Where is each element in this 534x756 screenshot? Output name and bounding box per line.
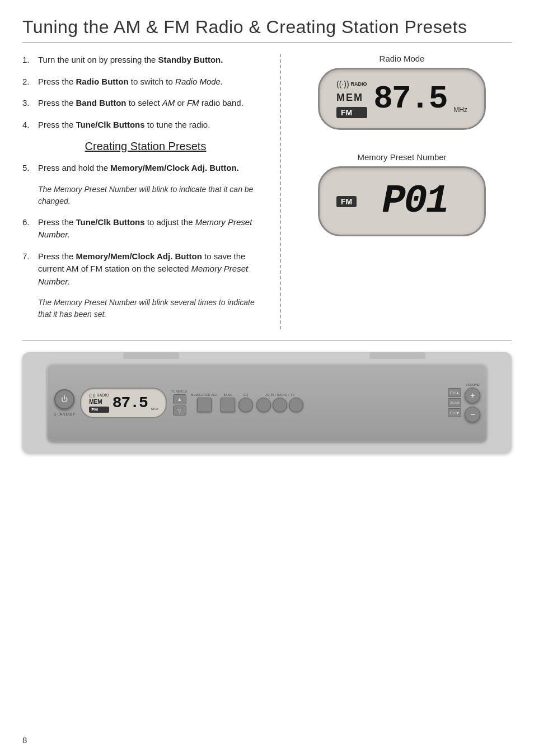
step-4-num: 4. [22,119,34,132]
standby-label: STANDBY [54,412,76,416]
radio-wave-icon: ((·)) [336,80,349,88]
preset-instruction-list-2: 6. Press the Tune/Clk Buttons to adjust … [22,216,269,288]
step-1-num: 1. [22,54,34,67]
mhz-label: MHz [453,106,467,114]
step-4: 4. Press the Tune/Clk Buttons to tune th… [22,119,269,132]
source-label: AV IN / RADIO / TV [265,393,294,396]
band-label: BAND [223,393,232,396]
mem-clock-button[interactable] [197,398,212,412]
scan-button[interactable]: SCAN [448,398,461,407]
right-controls: CH▲ SCAN CH▼ VOLUME + − [448,383,480,422]
fm-badge: FM [336,107,367,118]
step-7-num: 7. [22,250,34,288]
step-6-text: Press the Tune/Clk Buttons to adjust the… [38,216,269,241]
lcd-left-section: ((·)) RADIO MEM FM [336,80,367,118]
preset-mode-label: Memory Preset Number [357,152,446,162]
mem-label: MEM [336,92,367,104]
preset-mode-diagram: Memory Preset Number FM P01 [292,152,512,236]
mini-fm-badge: FM [89,407,109,413]
standby-button[interactable]: ⏻ [54,389,74,409]
volume-minus-button[interactable]: − [465,407,480,422]
band-group: BAND [221,393,235,412]
frequency-display: 87.5 [367,83,454,115]
step-2: 2. Press the Radio Button to switch to R… [22,76,269,88]
mini-radio-wave-icon: ((·)) [89,393,95,397]
section-heading-presets: Creating Station Presets [22,140,269,153]
channel-group: CH▲ SCAN CH▼ [448,388,461,417]
step-3: 3. Press the Band Button to select AM or… [22,97,269,110]
standby-section: ⏻ STANDBY [54,389,76,416]
tv-button[interactable] [289,398,303,412]
ch-up-button[interactable]: CH▲ [448,388,461,397]
eq-label: EQ [243,393,248,396]
mini-radio-label: RADIO [97,393,109,397]
mini-radio-icon-row: ((·)) RADIO [89,393,109,397]
note-1: The Memory Preset Number will blink to i… [38,184,269,207]
step-4-text: Press the Tune/Clk Buttons to tune the r… [38,119,269,132]
tune-group: TUNE/CLK ▲ ▽ [171,390,188,416]
radio-mode-label: Radio Mode [380,54,425,63]
step-1-text: Turn the unit on by pressing the Standby… [38,54,269,67]
step-5-text: Press and hold the Memory/Mem/Clock Adj.… [38,162,269,175]
volume-plus-button[interactable]: + [465,388,480,403]
step-5: 5. Press and hold the Memory/Mem/Clock A… [22,162,269,175]
step-1: 1. Turn the unit on by pressing the Stan… [22,54,269,67]
radio-mode-display: ((·)) RADIO MEM FM 87.5 MHz [318,68,486,130]
ch-down-button[interactable]: CH▼ [448,408,461,417]
step-3-text: Press the Band Button to select AM or FM… [38,97,269,110]
mini-lcd-left: ((·)) RADIO MEM FM [89,393,109,413]
step-6-num: 6. [22,216,34,241]
page-number: 8 [22,735,27,745]
step-7-text: Press the Memory/Mem/Clock Adj. Button t… [38,250,269,288]
section-divider [22,340,512,341]
band-button[interactable] [221,398,235,412]
mem-clock-label: MEM/CLOCK ADJ [191,393,217,396]
av-in-button[interactable] [256,398,271,412]
eq-button[interactable] [238,398,253,412]
note-2: The Memory Preset Number will blink seve… [38,297,269,320]
step-3-num: 3. [22,97,34,110]
radio-text: RADIO [351,81,367,87]
radio-icon-row: ((·)) RADIO [336,80,367,88]
tune-arrows: ▲ ▽ [173,394,186,416]
preset-number-display: P01 [362,179,467,223]
eq-group: EQ [238,393,253,412]
preset-instruction-list: 5. Press and hold the Memory/Mem/Clock A… [22,162,269,175]
device-illustration: ⏻ STANDBY ((·)) RADIO MEM FM 87.5 MHz [22,352,512,453]
preset-fm-badge: FM [336,196,357,207]
volume-group: VOLUME + − [465,383,480,422]
step-7: 7. Press the Memory/Mem/Clock Adj. Butto… [22,250,269,288]
radio-mode-diagram: Radio Mode ((·)) RADIO MEM FM 87.5 MHz [292,54,512,130]
mini-frequency: 87.5 [113,394,148,412]
mini-mhz-label: MHz [151,407,158,410]
mini-lcd-display: ((·)) RADIO MEM FM 87.5 MHz [80,388,167,418]
step-2-num: 2. [22,76,34,88]
mem-clock-group: MEM/CLOCK ADJ [191,393,217,412]
step-6: 6. Press the Tune/Clk Buttons to adjust … [22,216,269,241]
step-2-text: Press the Radio Button to switch to Radi… [38,76,269,88]
instructions-column: 1. Turn the unit on by pressing the Stan… [22,54,269,329]
preset-mode-display: FM P01 [318,166,486,236]
radio-button[interactable] [273,398,287,412]
tune-down-button[interactable]: ▽ [173,405,186,416]
page-title: Tuning the AM & FM Radio & Creating Stat… [22,17,512,43]
volume-label: VOLUME [466,383,480,386]
step-5-num: 5. [22,162,34,175]
power-icon: ⏻ [61,395,68,403]
mini-mem-label: MEM [89,399,109,405]
source-group: AV IN / RADIO / TV [256,393,303,412]
diagrams-column: Radio Mode ((·)) RADIO MEM FM 87.5 MHz [280,54,512,329]
tune-up-button[interactable]: ▲ [173,394,186,404]
device-body: ⏻ STANDBY ((·)) RADIO MEM FM 87.5 MHz [47,363,488,442]
tune-label: TUNE/CLK [171,390,188,393]
controls-area: TUNE/CLK ▲ ▽ MEM/CLOCK ADJ BAND [171,390,443,416]
instruction-list: 1. Turn the unit on by pressing the Stan… [22,54,269,131]
